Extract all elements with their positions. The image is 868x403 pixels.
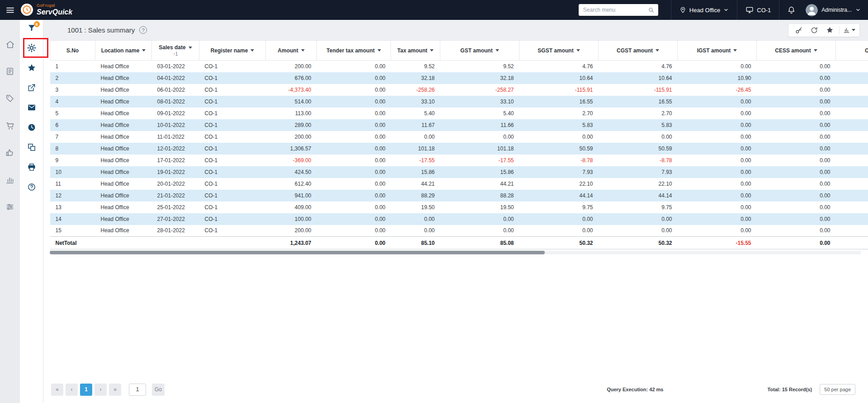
register-selector[interactable]: CO-1: [737, 0, 779, 20]
column-header-register-name[interactable]: Register name: [199, 41, 266, 61]
sliders-icon: [5, 202, 14, 211]
table-row[interactable]: 12Head Office21-01-2022CO-1941.000.0088.…: [50, 190, 868, 202]
settings-button[interactable]: [25, 42, 38, 54]
refresh-button[interactable]: [807, 24, 821, 36]
cell: CO-1: [199, 202, 266, 213]
next-page-button[interactable]: ›: [94, 384, 107, 396]
first-page-button[interactable]: «: [51, 384, 63, 396]
cell: 0.00: [440, 225, 519, 237]
cell: 15: [50, 225, 95, 237]
table-row[interactable]: 3Head Office06-01-2022CO-1-4,373.400.00-…: [50, 84, 868, 96]
column-header-tender-tax-amount[interactable]: Tender tax amount: [317, 41, 391, 61]
cell: -4,373.40: [266, 84, 317, 96]
table-row[interactable]: 4Head Office08-01-2022CO-1514.000.0033.1…: [50, 96, 868, 108]
table-row[interactable]: 9Head Office17-01-2022CO-1-369.000.00-17…: [50, 155, 868, 166]
scrollbar-thumb[interactable]: [50, 251, 545, 254]
print-button[interactable]: [25, 161, 38, 173]
favorite-report-button[interactable]: [823, 24, 836, 36]
table-row[interactable]: 10Head Office19-01-2022CO-1424.500.0015.…: [50, 166, 868, 178]
cell: 44.14: [599, 190, 678, 202]
sidebar-item-settings[interactable]: [4, 201, 16, 213]
hamburger-menu-button[interactable]: [0, 0, 20, 20]
table-row[interactable]: 8Head Office12-01-2022CO-11,306.570.0010…: [50, 143, 868, 155]
cell: 0.00: [317, 178, 391, 190]
cell: 4.76: [599, 61, 678, 72]
horizontal-scrollbar[interactable]: [50, 251, 861, 254]
thumbs-up-icon: [5, 148, 14, 157]
net-total-cell: 0.00: [757, 237, 836, 249]
column-header-sales-date[interactable]: Sales date↑1: [152, 41, 199, 61]
chart-view-button[interactable]: [842, 24, 856, 36]
sidebar-item-orders[interactable]: [4, 119, 16, 132]
table-row[interactable]: 5Head Office09-01-2022CO-1113.000.005.40…: [50, 108, 868, 119]
column-header-sgst-amount[interactable]: SGST amount: [519, 41, 599, 61]
cell: Head Office: [95, 108, 152, 119]
sort-indicator: ↑1: [155, 52, 196, 56]
help-button[interactable]: [25, 181, 38, 193]
cell: 0.00: [317, 61, 391, 72]
sidebar-item-feedback[interactable]: [4, 146, 16, 159]
sidebar-item-reports[interactable]: [4, 173, 16, 186]
email-button[interactable]: [25, 101, 38, 114]
prev-page-button[interactable]: ‹: [66, 384, 78, 396]
column-label: Other: [865, 47, 868, 54]
schedule-button[interactable]: [25, 121, 38, 134]
filter-button[interactable]: 8: [25, 22, 38, 34]
refresh-icon: [810, 26, 818, 34]
cell: Head Office: [95, 61, 152, 72]
column-header-igst-amount[interactable]: IGST amount: [678, 41, 757, 61]
column-header-cess-amount[interactable]: CESS amount: [757, 41, 836, 61]
title-help-icon[interactable]: ?: [139, 26, 147, 34]
table-row[interactable]: 11Head Office20-01-2022CO-1612.400.0044.…: [50, 178, 868, 190]
column-header-cgst-amount[interactable]: CGST amount: [599, 41, 678, 61]
sidebar-item-pricing[interactable]: [4, 92, 16, 105]
gear-icon: [27, 43, 37, 53]
sidebar-item-home[interactable]: [4, 38, 16, 51]
cell: 88.29: [391, 190, 440, 202]
table-row[interactable]: 15Head Office28-01-2022CO-1200.000.000.0…: [50, 225, 868, 237]
go-button[interactable]: Go: [152, 384, 165, 396]
cell: 0.00: [678, 190, 757, 202]
cell: 0.00: [757, 166, 836, 178]
column-header-other[interactable]: Other: [836, 41, 868, 61]
cell: -258.26: [391, 84, 440, 96]
cell: [836, 155, 868, 166]
cell: -26.45: [678, 84, 757, 96]
cell: 676.00: [266, 72, 317, 84]
search-input[interactable]: [582, 6, 645, 14]
column-label: S.No: [66, 47, 79, 54]
column-header-gst-amount[interactable]: GST amount: [440, 41, 519, 61]
last-page-button[interactable]: »: [109, 384, 121, 396]
column-header-amount[interactable]: Amount: [266, 41, 317, 61]
copy-button[interactable]: [25, 141, 38, 154]
column-header-tax-amount[interactable]: Tax amount: [391, 41, 440, 61]
shortcut-key-button[interactable]: [792, 24, 806, 36]
sidebar-item-catalog[interactable]: [4, 65, 16, 78]
cell: Head Office: [95, 155, 152, 166]
export-button[interactable]: [25, 81, 38, 94]
favorite-button[interactable]: [25, 61, 38, 74]
cell: 21-01-2022: [152, 190, 199, 202]
table-row[interactable]: 14Head Office27-01-2022CO-1100.000.000.0…: [50, 213, 868, 225]
table-row[interactable]: 2Head Office04-01-2022CO-1676.000.0032.1…: [50, 72, 868, 84]
cell: 0.00: [757, 72, 836, 84]
page-number-input[interactable]: [129, 384, 146, 396]
user-menu[interactable]: Administra...: [803, 0, 868, 20]
table-row[interactable]: 7Head Office11-01-2022CO-1200.000.000.00…: [50, 131, 868, 143]
cell: 424.50: [266, 166, 317, 178]
per-page-selector[interactable]: 50 per page: [820, 384, 855, 395]
location-selector[interactable]: Head Office: [671, 0, 737, 20]
table-row[interactable]: 13Head Office25-01-2022CO-1409.000.0019.…: [50, 202, 868, 213]
cell: Head Office: [95, 202, 152, 213]
column-header-location-name[interactable]: Location name: [95, 41, 152, 61]
cell: 0.00: [317, 119, 391, 131]
table-row[interactable]: 6Head Office10-01-2022CO-1289.000.0011.6…: [50, 119, 868, 131]
net-total-row: NetTotal1,243.070.0085.1085.0850.3250.32…: [50, 237, 868, 249]
cell: 03-01-2022: [152, 61, 199, 72]
page-1-button[interactable]: 1: [80, 384, 92, 396]
net-total-cell: -15.55: [678, 237, 757, 249]
cell: -8.78: [519, 155, 599, 166]
table-row[interactable]: 1Head Office03-01-2022CO-1200.000.009.52…: [50, 61, 868, 72]
notifications-button[interactable]: [779, 0, 803, 20]
cell: 0.00: [678, 61, 757, 72]
